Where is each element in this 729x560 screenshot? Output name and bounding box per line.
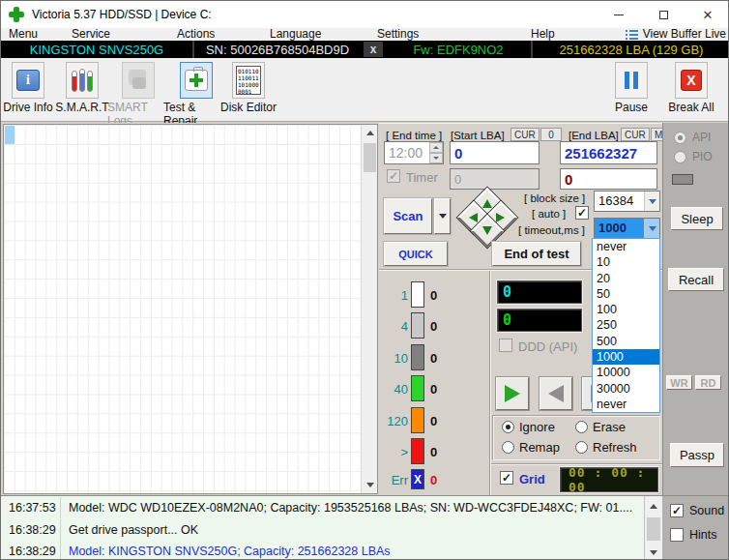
start-lba-zero-button[interactable]: 0 [540, 128, 562, 141]
elapsed-time-display: 00 : 00 : 00 [560, 467, 658, 492]
block-size-label: [ block size ] [524, 192, 585, 204]
log-scrollbar-thumb[interactable] [647, 517, 660, 541]
dropdown-option[interactable]: 10 [593, 254, 659, 270]
timer-right-field[interactable]: 0 [560, 168, 657, 190]
view-buffer-live[interactable]: View Buffer Live [626, 27, 726, 41]
mode-side-panel: API PIO Sleep Recall WR RD Passp [662, 123, 729, 495]
speed-block-slow [411, 438, 424, 464]
speed-count-10: 0 [430, 351, 437, 366]
map-scrollbar-thumb[interactable] [364, 143, 376, 172]
menu-item-service[interactable]: Service [72, 27, 110, 41]
end-time-spinner[interactable]: 12:00 [384, 141, 444, 164]
dropdown-option[interactable]: 250 [593, 317, 659, 333]
speed-block-4 [411, 312, 424, 339]
menu-item-settings[interactable]: Settings [377, 27, 419, 41]
hints-checkbox[interactable] [670, 528, 684, 542]
pause-button[interactable]: Pause [610, 62, 653, 114]
log-time: 16:37:53 [1, 497, 61, 518]
dropdown-option[interactable]: 50 [593, 286, 659, 302]
minimize-button[interactable] [597, 1, 641, 28]
log-time: 16:38:29 [1, 519, 61, 541]
refresh-radio[interactable] [575, 441, 588, 454]
speed-label-10: 10 [379, 351, 408, 366]
dropdown-option[interactable]: never [593, 397, 659, 412]
dropdown-option[interactable]: 500 [593, 334, 659, 349]
main-area: [ End time ] [Start LBA] CUR 0 [End LBA]… [1, 123, 729, 495]
close-button[interactable]: ✕ [685, 1, 729, 28]
menu-item-menu[interactable]: Menu [9, 27, 38, 41]
menu-item-actions[interactable]: Actions [177, 27, 215, 41]
dropdown-option[interactable]: 20 [593, 271, 659, 286]
scan-button[interactable]: Scan [384, 198, 432, 234]
log-area: 16:37:53 Model: WDC WD10EZEX-08M2NA0; Ca… [1, 495, 729, 560]
refresh-label: Refresh [593, 440, 637, 455]
arrow-down-icon [482, 226, 492, 235]
dropdown-option-selected[interactable]: 1000 [593, 349, 659, 365]
test-tubes-icon [72, 69, 93, 92]
end-of-test-selector[interactable]: End of test [492, 242, 581, 266]
dropdown-option[interactable]: 100 [593, 302, 659, 317]
window-title: Victoria 5.37 HDD/SSD | Device C: [32, 8, 212, 21]
start-lba-cur-button[interactable]: CUR [510, 128, 539, 141]
timer-left-field: 0 [450, 168, 539, 190]
speed-label-4: 4 [379, 319, 408, 334]
scroll-down-icon[interactable] [362, 477, 378, 493]
start-lba-input[interactable]: 0 [450, 141, 539, 164]
dropdown-option[interactable]: never [593, 239, 659, 254]
first-aid-kit-icon [185, 70, 208, 91]
block-size-combo[interactable]: 16384 [594, 191, 660, 212]
maximize-button[interactable] [641, 1, 685, 28]
scroll-up-icon[interactable] [362, 125, 378, 141]
drive-info-button[interactable]: i Drive Info [1, 62, 55, 114]
spin-down-icon[interactable] [429, 153, 443, 163]
scan-dropdown-button[interactable] [434, 198, 451, 234]
activity-indicator [672, 174, 693, 185]
api-label: API [692, 131, 711, 144]
menu-item-language[interactable]: Language [270, 27, 321, 41]
scroll-up-icon[interactable] [645, 498, 662, 515]
disk-editor-button[interactable]: 010110 110011 101000 0001 Disk Editor [219, 62, 277, 114]
end-lba-cur-button[interactable]: CUR [621, 128, 650, 141]
sound-checkbox[interactable] [670, 504, 684, 517]
ignore-label: Ignore [519, 420, 555, 434]
device-info-bar: KINGSTON SNVS250G SN: 50026B768504BD9D x… [1, 41, 729, 58]
remap-radio[interactable] [502, 441, 514, 454]
speed-block-120 [411, 407, 424, 433]
victoria-window: Victoria 5.37 HDD/SSD | Device C: ✕ Menu… [0, 0, 729, 560]
binary-document-icon: 010110 110011 101000 0001 [236, 66, 261, 95]
lcd-speed-display: 0 [497, 309, 582, 332]
lcd-position-display: 0 [497, 280, 582, 304]
timeout-combo[interactable]: 1000 [594, 218, 660, 240]
erase-radio[interactable] [575, 421, 588, 433]
auto-label: [ auto ] [532, 208, 566, 220]
smart-button[interactable]: S.M.A.R.T [55, 62, 109, 114]
quick-button[interactable]: QUICK [384, 242, 448, 266]
sleep-button[interactable]: Sleep [671, 207, 723, 230]
remap-label: Remap [519, 440, 560, 455]
play-button[interactable] [496, 377, 529, 410]
log-scrollbar[interactable] [645, 496, 662, 560]
dropdown-option[interactable]: 10000 [593, 365, 659, 380]
end-time-label: [ End time ] [386, 130, 442, 141]
map-scrollbar[interactable] [361, 125, 377, 493]
scroll-down-icon[interactable] [645, 545, 662, 560]
log-list[interactable]: 16:37:53 Model: WDC WD10EZEX-08M2NA0; Ca… [1, 496, 645, 560]
grid-checkbox[interactable] [500, 471, 513, 485]
break-all-button[interactable]: X Break All [666, 62, 716, 114]
combo-arrow-icon[interactable] [644, 192, 659, 211]
device-close-button[interactable]: x [364, 42, 383, 57]
ignore-radio[interactable] [502, 421, 514, 433]
smart-logs-button: SMART Logs [107, 62, 169, 128]
drive-info-label: Drive Info [3, 101, 52, 114]
end-lba-input[interactable]: 251662327 [560, 141, 657, 164]
auto-checkbox[interactable] [575, 206, 589, 220]
passp-button[interactable]: Passp [670, 443, 724, 467]
spin-up-icon[interactable] [429, 142, 443, 153]
step-back-button[interactable] [539, 377, 572, 410]
surface-map[interactable] [4, 125, 361, 493]
dropdown-option[interactable]: 30000 [593, 380, 659, 396]
speed-count-err: 0 [430, 473, 437, 487]
menu-item-help[interactable]: Help [531, 27, 555, 41]
combo-arrow-icon[interactable] [644, 219, 659, 239]
recall-button[interactable]: Recall [668, 268, 724, 291]
